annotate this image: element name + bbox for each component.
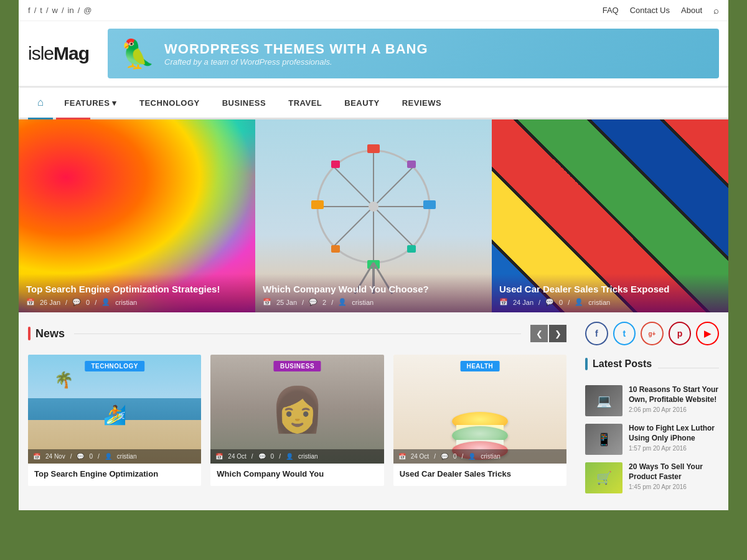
hero-comments-3: 0 (559, 299, 563, 306)
hero-title-2: Which Company Would You Choose? (263, 283, 484, 296)
card-category-2: BUSINESS (274, 361, 321, 371)
hero-comments-1: 0 (86, 299, 90, 306)
site-header: isleMag 🦜 WORDPRESS THEMES WITH A BANG C… (19, 21, 728, 88)
latest-post-item-1[interactable]: 💻 10 Reasons To Start Your Own, Profitab… (585, 385, 719, 416)
latest-post-item-2[interactable]: 📱 How to Fight Lex Luthor Using Only iPh… (585, 424, 719, 455)
news-next-button[interactable]: ❯ (549, 325, 566, 342)
sidebar: f t g+ p ▶ Latest Posts 💻 10 Reasons To … (576, 312, 728, 510)
calendar-icon: 📅 (26, 298, 35, 306)
svg-rect-14 (311, 200, 324, 209)
nav-features[interactable]: FEATURES ▾ (53, 90, 128, 116)
svg-rect-12 (423, 200, 436, 209)
card-author-1: cristian (117, 453, 137, 460)
about-link[interactable]: About (681, 6, 702, 15)
hero-overlay-1: Top Search Engine Optimization Strategie… (19, 274, 255, 313)
calendar-icon: 📅 (263, 298, 271, 306)
youtube-social-button[interactable]: ▶ (696, 322, 719, 345)
wordpress-icon[interactable]: w (52, 6, 58, 15)
googleplus-social-button[interactable]: g+ (641, 322, 664, 345)
card-category-3: HEALTH (460, 361, 499, 371)
sidebar-social-buttons: f t g+ p ▶ (585, 322, 719, 345)
topbar-nav: FAQ Contact Us About ⌕ (603, 5, 719, 16)
news-card-3[interactable]: HEALTH 📅 24 Oct / 💬 0 / 👤 cristian (393, 355, 566, 486)
latest-post-time-2: 1:57 pm 20 Apr 2016 (629, 445, 719, 452)
nav-reviews[interactable]: REVIEWS (391, 90, 453, 116)
hero-item-3[interactable]: Used Car Dealer Sales Tricks Exposed 📅 2… (492, 119, 728, 312)
user-icon: 👤 (338, 298, 347, 306)
nav-beauty[interactable]: BEAUTY (333, 90, 390, 116)
svg-point-10 (369, 202, 378, 212)
twitter-icon[interactable]: t (40, 6, 42, 15)
news-card-body-1: Top Search Engine Optimization (28, 464, 201, 486)
user-icon: 👤 (575, 298, 583, 306)
banner-ad[interactable]: 🦜 WORDPRESS THEMES WITH A BANG Crafted b… (108, 29, 719, 78)
divider: / (98, 453, 100, 460)
hero-meta-3: 📅 24 Jan / 💬 0 / 👤 cristian (499, 298, 721, 306)
hero-date-1: 26 Jan (40, 299, 60, 306)
news-card-2[interactable]: 👩 BUSINESS 📅 24 Oct / 💬 0 / 👤 (210, 355, 383, 486)
site-logo[interactable]: isleMag (28, 43, 89, 64)
latest-post-content-2: How to Fight Lex Luthor Using Only iPhon… (629, 424, 719, 452)
divider: / (70, 453, 72, 460)
latest-posts-header: Latest Posts (585, 358, 719, 378)
nav-technology[interactable]: TECHNOLOGY (128, 90, 211, 116)
latest-post-content-1: 10 Reasons To Start Your Own, Profitable… (629, 385, 719, 413)
divider: / (78, 6, 80, 15)
news-section-header: News ❮ ❯ (28, 325, 566, 342)
news-card-1[interactable]: 🏄 🌴 TECHNOLOGY 📅 24 Nov / 💬 0 / (28, 355, 201, 486)
svg-rect-16 (407, 245, 416, 253)
linkedin-icon[interactable]: in (68, 6, 74, 15)
facebook-social-button[interactable]: f (585, 322, 608, 345)
hero-title-1: Top Search Engine Optimization Strategie… (26, 283, 248, 296)
latest-posts-title: Latest Posts (585, 358, 652, 370)
user-icon: 👤 (286, 453, 293, 460)
card-date-3: 24 Oct (411, 453, 429, 460)
news-card-body-3: Used Car Dealer Sales Tricks (393, 464, 566, 486)
news-card-title-3: Used Car Dealer Sales Tricks (400, 469, 560, 480)
nav-home[interactable]: ⌂ (28, 88, 53, 119)
card-meta-overlay-1: 📅 24 Nov / 💬 0 / 👤 cristian (28, 449, 201, 464)
card-category-1: TECHNOLOGY (85, 361, 144, 371)
divider: / (251, 453, 253, 460)
contact-link[interactable]: Contact Us (630, 6, 670, 15)
latest-post-content-3: 20 Ways To Sell Your Product Faster 1:45… (629, 462, 719, 490)
card-meta-1: 📅 24 Nov / 💬 0 / 👤 cristian (33, 453, 196, 460)
latest-post-thumb-2: 📱 (585, 424, 622, 455)
news-card-title-1: Top Search Engine Optimization (34, 469, 195, 480)
user-icon: 👤 (468, 453, 476, 460)
news-nav-arrows: ❮ ❯ (530, 325, 566, 342)
svg-rect-18 (331, 161, 340, 168)
nav-business[interactable]: BUSINESS (211, 90, 277, 116)
main-nav: ⌂ FEATURES ▾ TECHNOLOGY BUSINESS TRAVEL … (19, 88, 728, 119)
facebook-icon[interactable]: f (28, 6, 31, 15)
card-meta-overlay-3: 📅 24 Oct / 💬 0 / 👤 cristian (393, 449, 566, 464)
latest-post-item-3[interactable]: 🛒 20 Ways To Sell Your Product Faster 1:… (585, 462, 719, 493)
divider: / (34, 6, 37, 15)
card-date-1: 24 Nov (45, 453, 65, 460)
news-card-img-2: 👩 BUSINESS 📅 24 Oct / 💬 0 / 👤 (210, 355, 383, 464)
news-prev-button[interactable]: ❮ (530, 325, 548, 342)
nav-travel[interactable]: TRAVEL (277, 90, 333, 116)
hero-item-2[interactable]: Which Company Would You Choose? 📅 25 Jan… (255, 119, 492, 312)
hero-overlay-3: Used Car Dealer Sales Tricks Exposed 📅 2… (492, 274, 728, 313)
calendar-icon: 📅 (499, 298, 508, 306)
content-area: News ❮ ❯ 🏄 🌴 (19, 312, 728, 510)
calendar-icon: 📅 (215, 453, 223, 460)
divider: / (331, 299, 333, 306)
hero-date-2: 25 Jan (276, 299, 297, 306)
news-card-title-2: Which Company Would You (217, 469, 377, 480)
latest-post-time-3: 1:45 pm 20 Apr 2016 (629, 483, 719, 490)
search-button[interactable]: ⌕ (713, 5, 719, 16)
divider: / (568, 299, 570, 306)
hero-author-1: cristian (115, 299, 137, 306)
banner-text: WORDPRESS THEMES WITH A BANG Crafted by … (164, 41, 428, 67)
twitter-social-button[interactable]: t (613, 322, 636, 345)
calendar-icon: 📅 (33, 453, 40, 460)
instagram-icon[interactable]: @ (83, 6, 92, 15)
hero-item-1[interactable]: Top Search Engine Optimization Strategie… (19, 119, 255, 312)
pinterest-social-button[interactable]: p (669, 322, 692, 345)
banner-headline: WORDPRESS THEMES WITH A BANG (164, 41, 428, 57)
faq-link[interactable]: FAQ (603, 6, 619, 15)
banner-bird-icon: 🦜 (120, 37, 155, 70)
comment-icon: 💬 (309, 298, 317, 306)
